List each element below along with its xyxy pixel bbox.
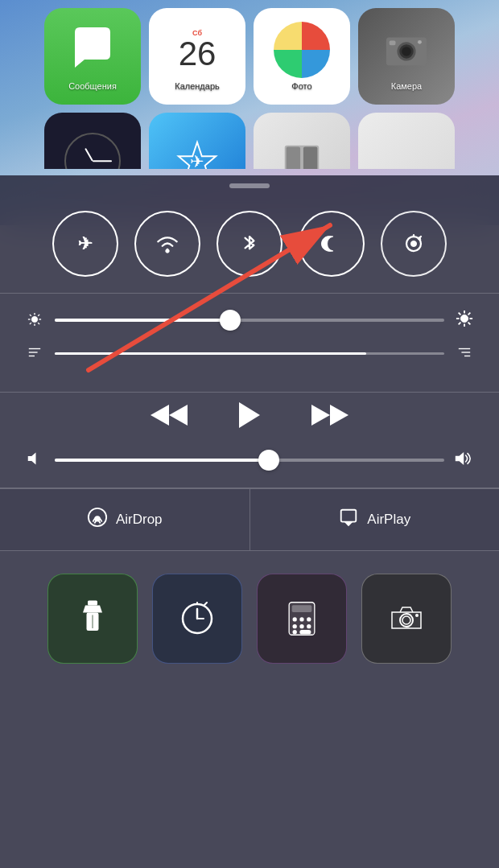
svg-marker-48 [344, 522, 353, 527]
airplay-button[interactable]: AirPlay [250, 489, 500, 550]
svg-line-30 [468, 313, 471, 315]
svg-line-56 [204, 603, 207, 606]
svg-line-20 [38, 323, 39, 324]
utilities-row [0, 551, 499, 686]
svg-point-65 [293, 630, 297, 634]
airplane-mode-button[interactable]: ✈ [52, 211, 118, 277]
brightness-low-icon [24, 312, 45, 328]
app-books-partial[interactable] [254, 113, 350, 169]
svg-text:✈: ✈ [190, 152, 204, 169]
svg-line-21 [38, 315, 39, 316]
app-photos[interactable]: Фото [254, 8, 350, 105]
rotation-lock-button[interactable] [381, 211, 447, 277]
svg-point-5 [418, 40, 422, 44]
svg-point-62 [293, 624, 297, 628]
calendar-num: 26 [179, 37, 217, 71]
app-4-partial[interactable] [358, 113, 455, 169]
volume-slider-row [0, 449, 499, 487]
app-calendar-label: Календарь [175, 81, 220, 91]
fast-forward-button[interactable] [310, 403, 350, 427]
airdrop-label: AirDrop [116, 512, 163, 528]
sliders-section [0, 294, 499, 392]
svg-rect-8 [287, 147, 300, 169]
flashlight-button[interactable] [47, 574, 138, 664]
brightness-thumb[interactable] [220, 310, 241, 331]
volume-high-icon [454, 449, 475, 471]
svg-text:✈: ✈ [78, 233, 93, 253]
calculator-button[interactable] [257, 574, 347, 664]
app-clock-partial[interactable] [44, 113, 141, 169]
brightness-high-icon [454, 310, 475, 331]
svg-point-61 [307, 617, 311, 621]
app-messages[interactable]: Сообщения [44, 8, 141, 105]
volume-thumb[interactable] [258, 450, 279, 471]
play-button[interactable] [237, 401, 262, 430]
svg-line-19 [30, 315, 31, 316]
svg-rect-4 [390, 40, 396, 45]
svg-rect-49 [88, 601, 97, 606]
second-slider-fill [55, 352, 366, 355]
brightness-track[interactable] [55, 319, 444, 322]
svg-marker-43 [28, 453, 36, 465]
svg-line-22 [30, 323, 31, 324]
svg-point-64 [307, 624, 311, 628]
svg-point-59 [293, 617, 297, 621]
app-messages-label: Сообщения [68, 81, 117, 91]
media-controls [0, 393, 499, 449]
svg-marker-38 [151, 405, 169, 426]
svg-point-69 [415, 614, 419, 617]
airdrop-icon [87, 507, 108, 533]
brightness-slider-row [24, 310, 475, 331]
app-calendar[interactable]: Сб 26 Календарь [149, 8, 245, 105]
svg-point-23 [460, 315, 468, 322]
svg-point-3 [402, 47, 411, 56]
svg-line-28 [459, 313, 461, 315]
timer-button[interactable] [152, 574, 242, 664]
svg-point-13 [410, 241, 416, 246]
volume-fill [55, 459, 269, 462]
feature-row: AirDrop AirPlay [0, 488, 499, 551]
volume-track[interactable] [55, 459, 444, 462]
svg-line-31 [459, 323, 461, 325]
toggle-row: ✈ [0, 188, 499, 293]
volume-low-icon [24, 451, 45, 469]
app-camera-label: Камера [391, 81, 422, 91]
rewind-button[interactable] [149, 403, 189, 427]
second-slider-row [24, 345, 475, 361]
svg-marker-40 [239, 402, 260, 428]
brightness-fill [55, 319, 230, 322]
svg-rect-47 [341, 510, 357, 522]
camera-util-button[interactable] [361, 574, 452, 664]
app-row-1: Сообщения Сб 26 Календарь Фото [8, 8, 491, 105]
airplay-label: AirPlay [367, 512, 410, 528]
svg-marker-39 [169, 405, 188, 426]
app-travel-partial[interactable]: ✈ [149, 113, 245, 169]
svg-point-60 [299, 617, 303, 621]
airplay-icon [338, 507, 359, 533]
svg-line-29 [468, 323, 471, 325]
second-slider-track[interactable] [55, 352, 444, 355]
app-row-2: ✈ [8, 113, 491, 169]
svg-rect-58 [292, 605, 312, 612]
second-slider-right-icon [454, 345, 475, 361]
svg-marker-41 [311, 405, 330, 426]
app-camera[interactable]: Камера [358, 8, 455, 105]
wifi-button[interactable] [134, 211, 200, 277]
second-slider-left-icon [24, 345, 45, 361]
svg-rect-66 [299, 630, 311, 634]
svg-marker-44 [456, 452, 464, 465]
svg-point-14 [31, 316, 37, 322]
airdrop-button[interactable]: AirDrop [0, 489, 250, 550]
svg-marker-42 [330, 405, 348, 426]
svg-rect-9 [303, 147, 317, 169]
svg-point-63 [299, 624, 303, 628]
svg-point-11 [166, 249, 170, 253]
bluetooth-button[interactable] [217, 211, 282, 277]
control-center: ✈ [0, 175, 499, 868]
app-photos-label: Фото [291, 81, 311, 91]
do-not-disturb-button[interactable] [299, 211, 365, 277]
